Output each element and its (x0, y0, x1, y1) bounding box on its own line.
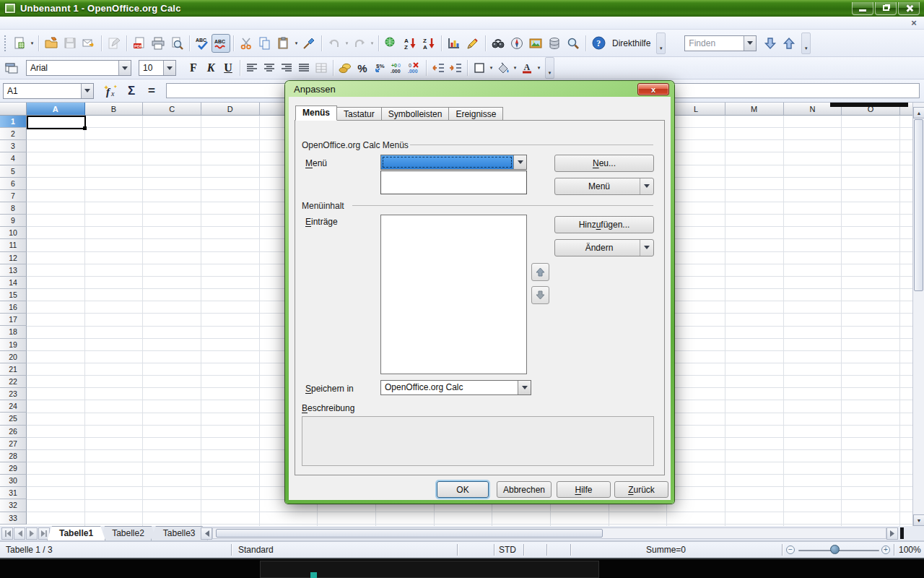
cancel-button[interactable]: Abbrechen (497, 481, 552, 498)
undo-button[interactable] (325, 34, 344, 53)
sheet-tab-tabelle3[interactable]: Tabelle3 (151, 526, 208, 540)
sheet-tab-tabelle2[interactable]: Tabelle2 (100, 526, 157, 540)
row-header[interactable]: 14 (0, 277, 27, 289)
row-header[interactable]: 12 (0, 252, 27, 264)
active-cell-selection[interactable] (27, 116, 86, 129)
row-header[interactable]: 21 (0, 363, 27, 376)
row-header[interactable]: 16 (0, 301, 27, 314)
close-document-icon[interactable]: × (908, 17, 920, 29)
decrease-indent-button[interactable] (430, 59, 447, 77)
hscroll-right-button[interactable] (886, 527, 898, 540)
first-sheet-button[interactable] (1, 527, 13, 540)
horizontal-scroll-thumb[interactable] (216, 529, 603, 538)
formula-button[interactable]: = (141, 82, 162, 100)
background-color-dropdown[interactable]: ▾ (512, 59, 518, 77)
close-button[interactable] (898, 2, 920, 15)
find-previous-button[interactable] (780, 34, 798, 53)
row-header[interactable]: 23 (0, 388, 27, 400)
bold-button[interactable]: F (185, 59, 202, 77)
sort-descending-button[interactable]: ZA (419, 34, 438, 53)
zoom-slider-handle[interactable] (830, 545, 840, 554)
format-paintbrush-button[interactable] (300, 34, 318, 53)
sum-button[interactable]: Σ (121, 82, 141, 100)
align-justify-button[interactable] (295, 59, 313, 77)
delete-decimal-place-button[interactable]: 0.000 (406, 59, 423, 77)
font-color-dropdown[interactable]: ▾ (536, 59, 542, 77)
help-dialog-button[interactable]: Hilfe (557, 481, 611, 498)
row-header[interactable]: 15 (0, 289, 27, 301)
row-header[interactable]: 20 (0, 351, 27, 363)
add-decimal-place-button[interactable]: +00.000 (388, 59, 406, 77)
hscroll-left-button[interactable] (201, 527, 212, 540)
borders-button[interactable] (471, 59, 488, 77)
navigator-button[interactable] (507, 34, 526, 53)
undo-dropdown[interactable]: ▾ (344, 34, 350, 53)
modify-dropdown[interactable] (640, 240, 653, 256)
row-header[interactable]: 4 (0, 152, 27, 165)
row-header[interactable]: 18 (0, 326, 27, 338)
tab-tastatur[interactable]: Tastatur (337, 107, 382, 121)
font-size-combobox[interactable]: 10 (139, 60, 176, 76)
column-header[interactable]: B (85, 103, 144, 116)
font-name-combobox[interactable]: Arial (26, 60, 131, 76)
row-header[interactable]: 31 (0, 487, 27, 499)
row-header[interactable]: 33 (0, 512, 27, 525)
number-format-percent-button[interactable]: % (354, 59, 371, 77)
new-menu-button[interactable]: Neu... (554, 155, 654, 172)
find-input[interactable] (685, 38, 744, 48)
reset-button[interactable]: Zurück (614, 481, 668, 498)
name-box[interactable]: A1 (3, 83, 94, 99)
next-sheet-button[interactable] (26, 527, 38, 540)
help-button[interactable]: ? (589, 34, 608, 53)
row-header[interactable]: 24 (0, 400, 27, 413)
column-header[interactable]: D (201, 103, 260, 116)
email-button[interactable] (79, 34, 98, 53)
column-header[interactable]: L (667, 103, 725, 116)
font-color-button[interactable]: A (518, 59, 536, 77)
row-header[interactable]: 9 (0, 215, 27, 227)
row-header[interactable]: 5 (0, 165, 27, 178)
modify-button[interactable]: Ändern (554, 239, 654, 256)
function-wizard-button[interactable]: fx (101, 82, 121, 100)
edit-file-button[interactable] (105, 34, 123, 53)
row-header[interactable]: 1 (0, 116, 27, 128)
row-header[interactable]: 2 (0, 128, 27, 140)
find-dropdown[interactable] (744, 36, 756, 51)
show-draw-functions-button[interactable] (463, 34, 482, 53)
toolbar-grip[interactable] (4, 35, 7, 52)
add-button[interactable]: Hinzufügen... (554, 216, 654, 233)
hyperlink-button[interactable] (382, 34, 401, 53)
row-header[interactable]: 3 (0, 140, 27, 152)
save-button[interactable] (61, 34, 79, 53)
save-in-dropdown[interactable] (518, 381, 531, 394)
increase-indent-button[interactable] (447, 59, 464, 77)
find-next-button[interactable] (761, 34, 780, 53)
page-style[interactable]: Standard (238, 545, 274, 555)
row-header[interactable]: 32 (0, 499, 27, 512)
cut-button[interactable] (237, 34, 256, 53)
row-header[interactable]: 8 (0, 202, 27, 215)
number-format-currency-button[interactable] (336, 59, 354, 77)
vertical-scrollbar[interactable]: ▲ ▼ (912, 103, 924, 526)
scroll-up-button[interactable]: ▲ (913, 107, 924, 118)
align-right-button[interactable] (278, 59, 295, 77)
background-color-button[interactable] (494, 59, 512, 77)
previous-sheet-button[interactable] (14, 527, 25, 540)
row-header[interactable]: 17 (0, 314, 27, 326)
data-sources-button[interactable] (545, 34, 564, 53)
row-header[interactable]: 29 (0, 462, 27, 475)
row-header[interactable]: 30 (0, 475, 27, 487)
ok-button[interactable]: OK (437, 481, 489, 498)
minimize-button[interactable] (852, 2, 873, 15)
horizontal-scrollbar[interactable] (212, 527, 886, 539)
vertical-scroll-thumb[interactable] (914, 119, 923, 291)
move-down-button[interactable] (531, 286, 549, 304)
tab-symbolleisten[interactable]: Symbolleisten (382, 107, 450, 121)
row-header[interactable]: 25 (0, 413, 27, 425)
menu-actions-button[interactable]: Menü (554, 178, 654, 195)
merge-cells-button[interactable] (313, 59, 330, 77)
row-header[interactable]: 27 (0, 438, 27, 450)
menu-combobox-dropdown[interactable] (513, 155, 526, 169)
tab-ereignisse[interactable]: Ereignisse (449, 107, 503, 121)
sort-ascending-button[interactable]: AZ (401, 34, 419, 53)
